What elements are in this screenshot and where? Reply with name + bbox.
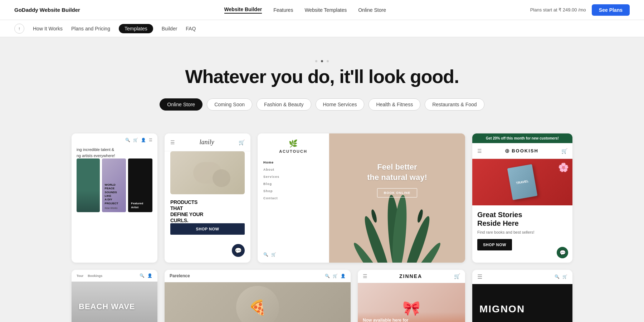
lanily-cart-icon: 🛒 (239, 140, 245, 145)
nav-online-store[interactable]: Online Store (358, 7, 386, 13)
lanily-shop-now-button[interactable]: SHOP NOW (170, 223, 245, 235)
bookish-logo: ⊕ BOOKISH (505, 147, 538, 154)
sub-navigation: ↑ How It Works Plans and Pricing Templat… (0, 20, 644, 37)
logo: GoDaddy Website Builder (14, 7, 80, 13)
artist-text-1: ing incredible talent & (77, 147, 152, 153)
nav-website-builder[interactable]: Website Builder (224, 6, 262, 14)
mignon-search-icon: 🔍 (555, 274, 560, 279)
beach-nav-bookings: Bookings (88, 274, 102, 278)
dot-1 (315, 60, 317, 62)
filter-pills: Online Store Coming Soon Fashion & Beaut… (7, 98, 637, 111)
acutouch-nav: Home About Services Blog Shop Contact (263, 161, 323, 200)
template-card-beach[interactable]: Tour Bookings 🔍 👤 BEACH WAVE (72, 270, 157, 322)
filter-fashion-beauty[interactable]: Fashion & Beauty (257, 98, 311, 111)
template-card-mignon[interactable]: ☰ 🔍 🛒 MIGNON (472, 270, 572, 322)
beach-search-icon: 🔍 (140, 273, 145, 278)
beach-icons: 🔍 👤 (140, 273, 152, 278)
back-button[interactable]: ↑ (14, 24, 24, 34)
artist-featured: Featured Artist (131, 202, 150, 209)
acutouch-logo: 🌿 ACUTOUCH (263, 139, 323, 153)
bookish-menu-icon: ☰ (477, 148, 482, 154)
subnav-how-it-works[interactable]: How It Works (33, 26, 63, 31)
zinnea-header: ☰ ZINNEA 🛒 (358, 270, 465, 283)
bookish-flower-icon: 🌸 (558, 162, 569, 172)
templates-section: 🔍 🛒 👤 ☰ ing incredible talent & ng artis… (0, 133, 644, 322)
artist-tagline-1: ing incredible talent & ng artists every… (72, 147, 157, 158)
mignon-hero: MIGNON (472, 284, 572, 322)
acutouch-brand-name: ACUTOUCH (279, 149, 307, 153)
mignon-menu-icon: ☰ (477, 273, 482, 280)
artist-image-1 (77, 158, 100, 212)
bookish-product-image: TRAVEL 🌸 (472, 159, 572, 205)
nav-right: Plans start at ₹ 249.00 /mo See Plans (530, 4, 630, 16)
bookish-shop-now-button[interactable]: SHOP NOW (477, 239, 512, 250)
nav-features[interactable]: Features (273, 7, 293, 13)
lanily-chat-button[interactable]: 💬 (232, 244, 245, 257)
mignon-cart-icon: 🛒 (562, 274, 567, 279)
artist-image-3: Featured Artist (128, 158, 152, 212)
dot-2 (321, 60, 323, 62)
template-card-acutouch[interactable]: 🌿 ACUTOUCH Home About Services Blog Shop… (258, 133, 465, 263)
bookish-chat-button[interactable]: 💬 (557, 247, 568, 258)
filter-health-fitness[interactable]: Health & Fitness (369, 98, 420, 111)
filter-online-store[interactable]: Online Store (160, 98, 203, 111)
acutouch-nav-services: Services (263, 175, 323, 179)
parelence-user-icon: 👤 (341, 274, 346, 278)
subnav-templates[interactable]: Templates (119, 24, 153, 33)
subnav-plans-pricing[interactable]: Plans and Pricing (71, 26, 110, 31)
parelence-plate: 🍕 (236, 286, 279, 322)
lanily-headline: PRODUCTSTHATDEFINE YOURCURLS. (165, 199, 250, 223)
search-icon: 🔍 (125, 138, 130, 142)
acutouch-plant-svg (329, 133, 465, 263)
mignon-icons: 🔍 🛒 (555, 274, 567, 279)
see-plans-button[interactable]: See Plans (592, 4, 630, 16)
acutouch-bottom-icons: 🔍 🛒 (263, 252, 323, 257)
template-card-parelence[interactable]: Parelence 🔍 🛒 👤 🍕 (165, 270, 351, 322)
filter-coming-soon[interactable]: Coming Soon (207, 98, 252, 111)
beach-user-icon: 👤 (147, 273, 152, 278)
zinnea-menu-icon: ☰ (363, 273, 367, 279)
bookish-headline: Great StoriesReside Here (472, 205, 572, 230)
parelence-logo: Parelence (170, 273, 190, 278)
templates-row-1: 🔍 🛒 👤 ☰ ing incredible talent & ng artis… (0, 133, 644, 263)
zinnea-logo: ZINNEA (399, 273, 422, 279)
acutouch-book-button[interactable]: BOOK ONLINE (377, 188, 418, 197)
parelence-icons: 🔍 🛒 👤 (325, 274, 346, 278)
nav-website-templates[interactable]: Website Templates (304, 7, 347, 13)
artist-text-2: ng artists everywhere! (77, 153, 152, 159)
subnav-faq[interactable]: FAQ (186, 26, 196, 31)
subnav-builder[interactable]: Builder (162, 26, 177, 31)
bookish-sub: Find rare books and best sellers! (472, 230, 572, 239)
bookish-cart-icon: 🛒 (561, 148, 567, 154)
beach-title: BEACH WAVE (79, 302, 135, 311)
template-card-lanily[interactable]: ☰ lanily 🛒 PRODUCTSTHATDEFINE YOURCURLS.… (165, 133, 250, 263)
template-card-zinnea[interactable]: ☰ ZINNEA 🛒 🎀 Now available here fordirec… (358, 270, 465, 322)
hero-section: Whatever you do, it'll look good. Online… (0, 37, 644, 133)
bookish-logo-icon: ⊕ (505, 147, 509, 154)
dot-indicator (7, 54, 637, 67)
acutouch-tagline: Feel betterthe natural way! (367, 162, 427, 182)
mignon-title: MIGNON (479, 303, 525, 315)
beach-nav: Tour Bookings (77, 274, 102, 278)
artist-label-2: WORLD PEACESOUNDS LIKEA DIY PROJECT (105, 183, 123, 205)
cart-icon: 🛒 (133, 138, 138, 142)
parelence-food-emoji: 🍕 (249, 299, 267, 316)
filter-home-services[interactable]: Home Services (316, 98, 365, 111)
zinnea-overlay: Now available here fordirect purchase. (358, 312, 465, 322)
acutouch-nav-home: Home (263, 161, 323, 164)
top-navigation: GoDaddy Website Builder Website Builder … (0, 0, 644, 20)
zinnea-product-image: 🎀 Now available here fordirect purchase. (358, 283, 465, 322)
templates-row-2: Tour Bookings 🔍 👤 BEACH WAVE Parelence 🔍… (0, 270, 644, 322)
acutouch-plant-icon: 🌿 (289, 139, 298, 148)
template-card-artist[interactable]: 🔍 🛒 👤 ☰ ing incredible talent & ng artis… (72, 133, 157, 263)
lanily-header: ☰ lanily 🛒 (165, 133, 250, 151)
acutouch-sidebar: 🌿 ACUTOUCH Home About Services Blog Shop… (258, 133, 329, 263)
template-card-bookish[interactable]: Get 20% off this month for new customers… (472, 133, 572, 263)
bookish-header: ☰ ⊕ BOOKISH 🛒 (472, 143, 572, 159)
beach-header: Tour Bookings 🔍 👤 (72, 270, 157, 282)
filter-restaurants-food[interactable]: Restaurants & Food (425, 98, 484, 111)
bookish-promo-banner: Get 20% off this month for new customers… (472, 133, 572, 143)
acutouch-search-icon: 🔍 (263, 252, 268, 257)
lanily-product-bg (170, 151, 245, 194)
zinnea-promo-text: Now available here fordirect purchase. (363, 318, 460, 322)
